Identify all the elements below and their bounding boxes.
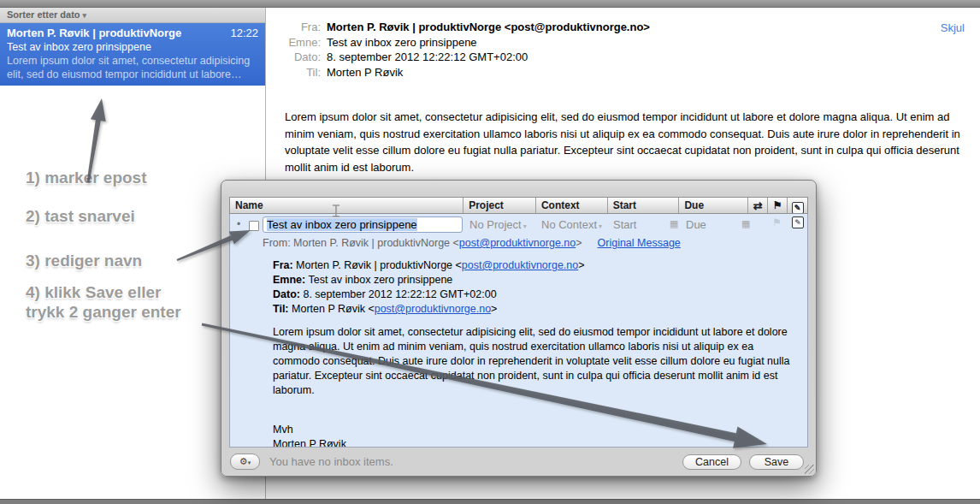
project-dropdown[interactable]: No Project▾ [469, 218, 527, 231]
sort-header[interactable]: Sorter etter dato▾ [0, 8, 265, 23]
task-bullet-icon: • [237, 218, 240, 230]
note-to-label: Til: [273, 303, 289, 315]
task-name-selected-text: Test av inbox zero prinsippene [267, 218, 417, 231]
due-date-field[interactable]: Due [686, 218, 706, 231]
annotation-step2: 2) tast snarvei [26, 206, 135, 226]
start-date-field[interactable]: Start [613, 218, 636, 231]
flag-icon[interactable]: ⚑ [772, 216, 782, 228]
note-body: Lorem ipsum dolor sit amet, consectetur … [273, 325, 800, 398]
chevron-down-icon: ▾ [599, 222, 602, 230]
date-value: 8. september 2012 12:22:12 GMT+02:00 [327, 50, 528, 63]
from-value: Morten P. Røvik | produktivNorge <post@p… [327, 21, 650, 33]
calendar-icon[interactable]: ▦ [741, 218, 750, 229]
to-label: Til: [266, 65, 321, 80]
note-from-pre: Morten P. Røvik | produktivNorge < [296, 259, 462, 271]
task-checkbox[interactable] [249, 221, 259, 231]
note-to-post: > [491, 303, 497, 315]
note-icon: ✎ [792, 202, 804, 213]
annotation-step3: 3) rediger navn [26, 251, 142, 270]
note-signature-clipped: Morten P Røvik [273, 437, 800, 448]
quick-entry-panel: Name Project Context Start Due ⇄ ⚑ ✎ • T… [221, 180, 817, 477]
note-signoff: Mvh [273, 423, 800, 437]
column-header-project: Project [463, 198, 536, 213]
window-top-strip [0, 0, 980, 8]
gear-menu-button[interactable]: ⚙▾ [230, 454, 260, 470]
task-name-field[interactable]: Test av inbox zero prinsippene [263, 216, 463, 233]
from-label: Fra: [266, 20, 321, 35]
gear-icon: ⚙ [239, 456, 248, 466]
note-icon[interactable]: ✎ [792, 216, 804, 228]
note-date-label: Dato: [273, 288, 300, 300]
context-value: No Context [541, 218, 597, 231]
email-list-item[interactable]: Morten P. Røvik | produktivNorge 12:22 T… [0, 23, 265, 86]
subject-label: Emne: [266, 35, 321, 50]
from-line-prefix: From: Morten P. Røvik | produktivNorge < [263, 237, 459, 249]
project-value: No Project [469, 218, 522, 231]
quick-entry-column-headers: Name Project Context Start Due ⇄ ⚑ ✎ [229, 197, 808, 214]
annotation-step4-line2: trykk 2 ganger enter [26, 303, 181, 321]
column-header-context: Context [536, 198, 608, 213]
chevron-down-icon: ▾ [83, 11, 87, 20]
task-from-line: From: Morten P. Røvik | produktivNorge <… [263, 237, 681, 249]
annotation-step4: 4) klikk Save ellertrykk 2 ganger enter [26, 282, 181, 322]
note-to-pre: Morten P Røvik < [292, 303, 375, 315]
note-to-email-link[interactable]: post@produktivnorge.no [375, 303, 491, 315]
note-from-email-link[interactable]: post@produktivnorge.no [462, 259, 578, 271]
email-time: 12:22 [230, 27, 258, 39]
inbox-status-text: You have no inbox items. [269, 455, 393, 468]
quick-entry-content: • Test av inbox zero prinsippene No Proj… [229, 214, 808, 448]
email-subject: Test av inbox zero prinsippene [7, 41, 258, 53]
date-label: Dato: [266, 50, 321, 65]
column-header-flag: ⚑ [768, 198, 788, 213]
repeat-icon: ⇄ [753, 199, 763, 212]
column-header-start: Start [608, 198, 680, 213]
from-line-suffix: > [576, 237, 582, 249]
annotation-step4-line1: 4) klikk Save eller [26, 283, 161, 301]
column-header-name: Name [230, 198, 463, 213]
flag-icon: ⚑ [773, 199, 782, 211]
email-sender: Morten P. Røvik | produktivNorge [7, 27, 181, 39]
column-header-due: Due [679, 198, 748, 213]
quick-entry-footer: ⚙▾ You have no inbox items. Cancel Save [221, 448, 816, 476]
chevron-down-icon: ▾ [248, 460, 251, 465]
cancel-button[interactable]: Cancel [682, 454, 741, 470]
screen: Sorter etter dato▾ Morten P. Røvik | pro… [0, 0, 980, 504]
annotation-step1: 1) marker epost [26, 168, 147, 187]
message-headers: Fra:Morten P. Røvik | produktivNorge <po… [266, 20, 650, 80]
context-dropdown[interactable]: No Context▾ [541, 218, 602, 231]
column-header-repeat: ⇄ [748, 198, 768, 213]
original-message-link[interactable]: Original Message [598, 237, 681, 249]
window-bottom-strip [0, 499, 980, 504]
sort-header-label: Sorter etter dato [7, 9, 80, 20]
note-from-label: Fra: [273, 259, 293, 271]
calendar-icon[interactable]: ▦ [670, 218, 678, 229]
email-preview: Lorem ipsum dolor sit amet, consectetur … [7, 54, 258, 81]
hide-details-link[interactable]: Skjul [941, 21, 965, 34]
save-button[interactable]: Save [749, 454, 804, 470]
chevron-down-icon: ▾ [523, 222, 527, 230]
column-header-note: ✎ [788, 198, 807, 213]
note-from-post: > [578, 259, 584, 271]
from-email-link[interactable]: post@produktivnorge.no [459, 237, 576, 249]
task-note: Fra: Morten P. Røvik | produktivNorge <p… [273, 258, 800, 448]
note-subject-value: Test av inbox zero prinsippene [308, 274, 452, 286]
message-body: Lorem ipsum dolor sit amet, consectetur … [285, 109, 979, 175]
to-value: Morten P Røvik [327, 66, 403, 79]
note-date-value: 8. september 2012 12:22:12 GMT+02:00 [303, 288, 496, 300]
note-subject-label: Emne: [273, 274, 305, 286]
subject-value: Test av inbox zero prinsippene [327, 36, 477, 49]
